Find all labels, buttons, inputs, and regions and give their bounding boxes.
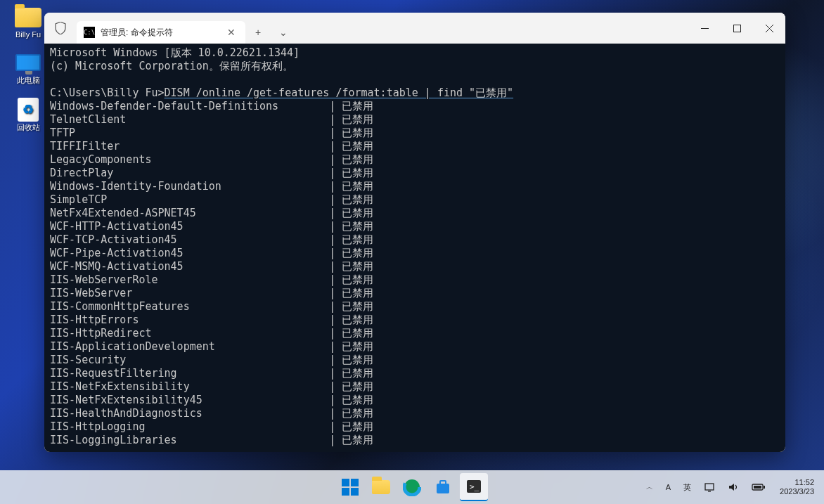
- this-pc-icon: [15, 54, 41, 71]
- taskbar-store[interactable]: [429, 473, 457, 501]
- svg-rect-14: [754, 486, 761, 489]
- feature-row: Windows-Identity-Foundation | 已禁用: [50, 180, 780, 193]
- tab-title: 管理员: 命令提示符: [101, 27, 219, 39]
- recycle-bin-icon: ♻: [18, 98, 39, 122]
- terminal-prompt-line: C:\Users\Billy Fu>DISM /online /get-feat…: [50, 86, 780, 100]
- svg-rect-10: [705, 484, 714, 490]
- feature-row: IIS-Security | 已禁用: [50, 354, 780, 367]
- tab-close-button[interactable]: ✕: [224, 27, 238, 38]
- start-button[interactable]: [336, 473, 364, 501]
- feature-row: NetFx4Extended-ASPNET45 | 已禁用: [50, 207, 780, 220]
- folder-icon: [15, 8, 41, 27]
- svg-rect-1: [733, 25, 740, 32]
- feature-row: Windows-Defender-Default-Definitions | 已…: [50, 100, 780, 113]
- tray-clock[interactable]: 11:52 2023/3/23: [775, 478, 818, 496]
- feature-row: IIS-HttpErrors | 已禁用: [50, 314, 780, 327]
- feature-row: IIS-ApplicationDevelopment | 已禁用: [50, 340, 780, 354]
- taskbar-explorer[interactable]: [367, 473, 395, 501]
- minimize-button[interactable]: [688, 13, 721, 44]
- tray-time: 11:52: [780, 478, 814, 487]
- cmd-icon: C:\: [84, 27, 95, 38]
- tray-date: 2023/3/23: [780, 487, 814, 496]
- taskbar: >_ ︿ A 英 11:52 2023/3/23: [0, 470, 824, 504]
- terminal-blank-line: [50, 73, 780, 86]
- svg-rect-6: [437, 484, 449, 493]
- close-button[interactable]: [753, 13, 785, 44]
- feature-row: WCF-TCP-Activation45 | 已禁用: [50, 233, 780, 247]
- svg-rect-13: [764, 486, 765, 489]
- tab-active[interactable]: C:\ 管理员: 命令提示符 ✕: [77, 21, 245, 44]
- feature-row: IIS-HealthAndDiagnostics | 已禁用: [50, 407, 780, 420]
- maximize-button[interactable]: [721, 13, 753, 44]
- feature-row: LegacyComponents | 已禁用: [50, 153, 780, 167]
- windows-logo-icon: [342, 479, 359, 496]
- terminal-header-line: Microsoft Windows [版本 10.0.22621.1344]: [50, 46, 780, 60]
- taskbar-edge[interactable]: [398, 473, 426, 501]
- window-titlebar[interactable]: C:\ 管理员: 命令提示符 ✕ + ⌄: [44, 13, 785, 44]
- terminal-icon: >_: [465, 478, 482, 495]
- edge-icon: [403, 478, 421, 496]
- folder-icon: [372, 480, 390, 494]
- new-tab-button[interactable]: +: [245, 21, 271, 44]
- tray-network-icon[interactable]: [701, 479, 718, 495]
- terminal-command: DISM /online /get-features /format:table…: [165, 86, 514, 99]
- feature-row: TelnetClient | 已禁用: [50, 113, 780, 127]
- tray-ime-a[interactable]: A: [663, 480, 674, 494]
- feature-row: SimpleTCP | 已禁用: [50, 193, 780, 207]
- tray-volume-icon[interactable]: [725, 479, 742, 495]
- feature-row: IIS-WebServer | 已禁用: [50, 287, 780, 300]
- feature-row: IIS-CommonHttpFeatures | 已禁用: [50, 300, 780, 314]
- svg-rect-7: [440, 481, 446, 484]
- feature-row: TIFFIFilter | 已禁用: [50, 140, 780, 153]
- feature-row: IIS-NetFxExtensibility | 已禁用: [50, 380, 780, 394]
- terminal-header-line: (c) Microsoft Corporation。保留所有权利。: [50, 60, 780, 73]
- taskbar-terminal[interactable]: >_: [460, 473, 488, 501]
- feature-row: IIS-HttpLogging | 已禁用: [50, 420, 780, 434]
- feature-row: WCF-MSMQ-Activation45 | 已禁用: [50, 260, 780, 273]
- tray-overflow-button[interactable]: ︿: [643, 479, 656, 495]
- terminal-window: C:\ 管理员: 命令提示符 ✕ + ⌄ Microsoft Windows […: [44, 13, 785, 452]
- feature-row: IIS-NetFxExtensibility45 | 已禁用: [50, 394, 780, 407]
- feature-row: IIS-RequestFiltering | 已禁用: [50, 367, 780, 380]
- desktop-icon-label: 回收站: [17, 122, 40, 133]
- uac-shield-icon: [44, 22, 77, 34]
- feature-row: IIS-HttpRedirect | 已禁用: [50, 327, 780, 340]
- tray-ime-lang[interactable]: 英: [681, 479, 694, 496]
- feature-row: IIS-LoggingLibraries | 已禁用: [50, 434, 780, 447]
- feature-row: DirectPlay | 已禁用: [50, 167, 780, 180]
- tray-battery-icon[interactable]: [749, 480, 768, 494]
- store-icon: [434, 479, 451, 496]
- feature-row: WCF-HTTP-Activation45 | 已禁用: [50, 220, 780, 233]
- tab-dropdown-button[interactable]: ⌄: [271, 21, 296, 44]
- desktop-icon-label: Billy Fu: [15, 30, 41, 39]
- svg-text:>_: >_: [470, 482, 479, 491]
- feature-row: TFTP | 已禁用: [50, 127, 780, 140]
- terminal-output[interactable]: Microsoft Windows [版本 10.0.22621.1344] (…: [44, 44, 785, 452]
- feature-row: WCF-Pipe-Activation45 | 已禁用: [50, 247, 780, 260]
- desktop-icon-label: 此电脑: [17, 75, 40, 86]
- feature-row: IIS-WebServerRole | 已禁用: [50, 273, 780, 287]
- taskbar-center: >_: [336, 473, 488, 501]
- system-tray: ︿ A 英 11:52 2023/3/23: [643, 478, 818, 496]
